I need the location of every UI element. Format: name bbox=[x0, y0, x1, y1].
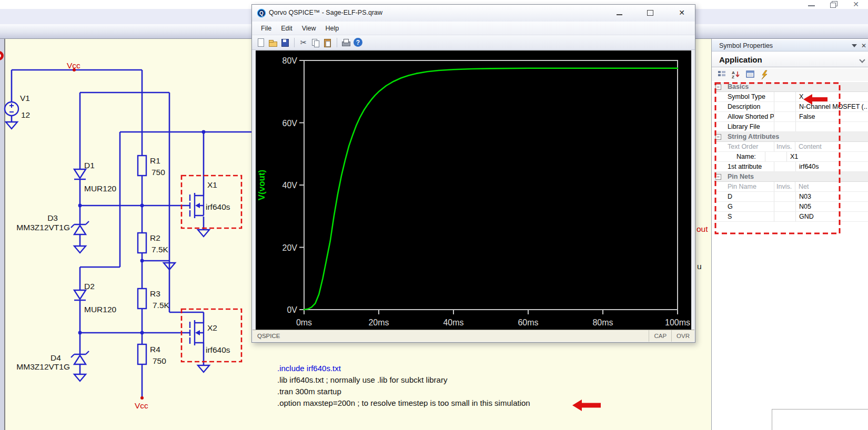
menu-view[interactable]: View bbox=[297, 22, 321, 35]
d4-value[interactable]: MM3Z12VT1G bbox=[16, 362, 70, 371]
statusbar: QSPICE CAP OVR bbox=[253, 330, 694, 342]
group-row-string-attributes[interactable]: − String Attributes bbox=[714, 132, 868, 142]
r3-ref[interactable]: R3 bbox=[150, 289, 160, 298]
collapse-icon[interactable]: − bbox=[715, 84, 721, 90]
print-icon[interactable] bbox=[341, 38, 351, 47]
menu-help[interactable]: Help bbox=[321, 22, 344, 35]
d3-ref[interactable]: D3 bbox=[47, 213, 58, 222]
save-icon[interactable] bbox=[280, 38, 290, 47]
resistor-r3[interactable] bbox=[138, 289, 146, 309]
group-row-pin-nets[interactable]: − Pin Nets bbox=[714, 172, 868, 182]
paste-icon[interactable] bbox=[323, 38, 332, 47]
menu-file[interactable]: File bbox=[256, 22, 276, 35]
resistor-r2[interactable] bbox=[138, 233, 146, 253]
y-axis-title[interactable]: V(vout) bbox=[257, 170, 267, 201]
resistor-r4[interactable] bbox=[138, 344, 146, 364]
property-row-pin-g[interactable]: G N05 bbox=[714, 202, 868, 212]
voltage-source-v1[interactable] bbox=[5, 102, 18, 116]
property-row-name[interactable]: Name: X1 bbox=[714, 152, 868, 162]
property-value[interactable]: False bbox=[795, 112, 868, 121]
new-file-icon[interactable] bbox=[256, 38, 266, 47]
property-value[interactable]: N05 bbox=[795, 202, 868, 211]
property-value[interactable]: GND bbox=[795, 212, 868, 221]
property-row-library-file[interactable]: Library File bbox=[714, 122, 868, 132]
close-icon[interactable]: ✕ bbox=[851, 1, 861, 8]
property-row-1st-attribute[interactable]: 1st attribute irf640s bbox=[714, 162, 868, 172]
property-row-pin-s[interactable]: S GND bbox=[714, 212, 868, 222]
r3-value[interactable]: 7.5K bbox=[153, 301, 170, 310]
panel-menu-caret-icon[interactable] bbox=[852, 44, 857, 47]
v1-ref[interactable]: V1 bbox=[20, 94, 30, 103]
property-value[interactable]: N03 bbox=[795, 192, 868, 201]
net-label-vout-clipped[interactable]: out bbox=[697, 224, 708, 233]
property-grid[interactable]: − Basics Symbol Type X Description N-Cha… bbox=[714, 82, 868, 222]
property-pages-icon[interactable] bbox=[746, 71, 754, 77]
property-row-symbol-type[interactable]: Symbol Type X bbox=[714, 92, 868, 102]
menu-edit[interactable]: Edit bbox=[276, 22, 297, 35]
v1-value[interactable]: 12 bbox=[21, 110, 30, 119]
vout-trace[interactable] bbox=[304, 68, 678, 310]
spice-directive-line[interactable]: .lib irf640s.txt ; normally use .lib for… bbox=[277, 374, 530, 386]
mosfet-x2[interactable] bbox=[190, 320, 204, 345]
x2-ref[interactable]: X2 bbox=[207, 323, 217, 332]
r1-ref[interactable]: R1 bbox=[150, 156, 160, 165]
property-label: Library File bbox=[728, 122, 774, 131]
diode-d1[interactable] bbox=[74, 169, 86, 179]
panel-close-icon[interactable]: ✕ bbox=[861, 40, 866, 52]
property-value[interactable]: irf640s bbox=[795, 162, 868, 171]
column-header-row: Pin Name Invis. Net bbox=[714, 182, 868, 192]
open-file-icon[interactable] bbox=[268, 38, 278, 47]
copy-icon[interactable] bbox=[311, 38, 320, 47]
diode-d2[interactable] bbox=[74, 290, 86, 300]
d2-ref[interactable]: D2 bbox=[84, 282, 95, 291]
panel-header[interactable]: Symbol Properties ✕ bbox=[712, 40, 868, 52]
d2-value[interactable]: MUR120 bbox=[84, 305, 117, 314]
application-selector[interactable]: Application bbox=[712, 53, 868, 67]
mosfet-x1[interactable] bbox=[190, 193, 204, 218]
spice-directive-line[interactable]: .option maxstep=200n ; to resolve timest… bbox=[277, 397, 530, 409]
net-label-vcc-bottom[interactable]: Vcc bbox=[135, 401, 148, 410]
d3-value[interactable]: MM3Z12VT1G bbox=[16, 223, 70, 232]
waveform-plot-area[interactable]: V(vout) 0V20V40V60V80V0ms20ms40ms60ms80m… bbox=[256, 50, 691, 330]
property-row-pin-d[interactable]: D N03 bbox=[714, 192, 868, 202]
property-value[interactable]: X bbox=[795, 92, 868, 101]
restore-icon[interactable] bbox=[829, 1, 839, 8]
resistor-r1[interactable] bbox=[138, 156, 146, 176]
spice-directive-line[interactable]: .include irf640s.txt bbox=[277, 363, 530, 374]
x1-value[interactable]: irf640s bbox=[206, 202, 230, 211]
r2-value[interactable]: 7.5K bbox=[152, 245, 169, 254]
x1-ref[interactable]: X1 bbox=[207, 180, 217, 189]
alphabetical-sort-icon[interactable]: AZ bbox=[732, 70, 739, 79]
property-row-allow-shorted-pins[interactable]: Allow Shorted Pins False bbox=[714, 112, 868, 122]
d1-ref[interactable]: D1 bbox=[84, 161, 95, 170]
help-icon[interactable]: ? bbox=[354, 38, 362, 47]
close-icon[interactable]: ✕ bbox=[676, 8, 688, 17]
property-value[interactable]: X1 bbox=[786, 152, 868, 161]
maximize-icon[interactable] bbox=[644, 8, 656, 17]
categorized-icon[interactable] bbox=[718, 71, 725, 76]
spice-directives-block[interactable]: .include irf640s.txt.lib irf640s.txt ; n… bbox=[277, 363, 530, 409]
net-label-vcc-top[interactable]: Vcc bbox=[67, 61, 80, 70]
property-value[interactable] bbox=[795, 122, 868, 131]
property-row-description[interactable]: Description N-Channel MOSFET (.. bbox=[714, 102, 868, 112]
group-label: Pin Nets bbox=[728, 172, 754, 181]
x2-value[interactable]: irf640s bbox=[206, 345, 230, 354]
collapse-icon[interactable]: − bbox=[715, 134, 721, 140]
desktop: ✕ bbox=[0, 0, 868, 430]
window-titlebar[interactable]: Q Qorvo QSPICE™ - Sage-ELF-PS.qraw ✕ bbox=[252, 5, 695, 22]
group-row-basics[interactable]: − Basics bbox=[714, 82, 868, 92]
events-lightning-icon[interactable] bbox=[762, 70, 767, 79]
column-header: Content bbox=[795, 142, 868, 151]
property-value[interactable]: N-Channel MOSFET (.. bbox=[795, 102, 868, 111]
cut-icon[interactable]: ✂ bbox=[299, 38, 308, 47]
d1-value[interactable]: MUR120 bbox=[84, 184, 117, 193]
minimize-icon[interactable] bbox=[614, 8, 625, 17]
spice-directive-line[interactable]: .tran 300m startup bbox=[277, 386, 530, 397]
r4-value[interactable]: 750 bbox=[153, 356, 166, 365]
d4-ref[interactable]: D4 bbox=[51, 353, 61, 362]
r2-ref[interactable]: R2 bbox=[150, 233, 160, 242]
r1-value[interactable]: 750 bbox=[152, 168, 165, 177]
minimize-icon[interactable] bbox=[807, 1, 816, 8]
collapse-icon[interactable]: − bbox=[715, 174, 721, 180]
r4-ref[interactable]: R4 bbox=[150, 345, 160, 354]
